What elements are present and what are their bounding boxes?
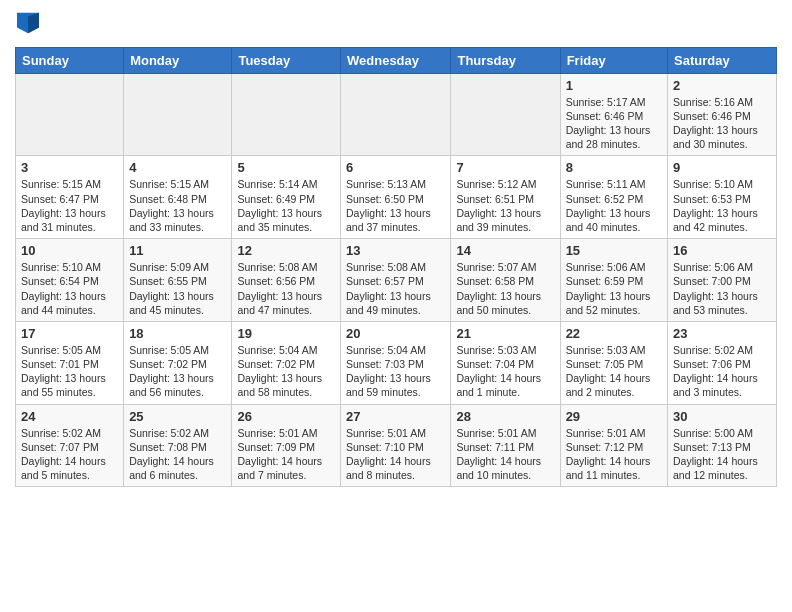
day-number: 21 [456, 326, 554, 341]
day-number: 8 [566, 160, 662, 175]
day-info-line: Daylight: 13 hours [237, 290, 322, 302]
day-info-line: Sunset: 6:48 PM [129, 193, 207, 205]
day-number: 16 [673, 243, 771, 258]
day-content: Sunrise: 5:11 AMSunset: 6:52 PMDaylight:… [566, 177, 662, 234]
day-content: Sunrise: 5:15 AMSunset: 6:48 PMDaylight:… [129, 177, 226, 234]
day-number: 26 [237, 409, 335, 424]
calendar-row-1: 3Sunrise: 5:15 AMSunset: 6:47 PMDaylight… [16, 156, 777, 239]
day-content: Sunrise: 5:13 AMSunset: 6:50 PMDaylight:… [346, 177, 445, 234]
day-number: 18 [129, 326, 226, 341]
day-info-line: Sunrise: 5:01 AM [456, 427, 536, 439]
day-info-line: Sunset: 6:53 PM [673, 193, 751, 205]
day-info-line: Sunset: 6:59 PM [566, 275, 644, 287]
calendar-cell: 17Sunrise: 5:05 AMSunset: 7:01 PMDayligh… [16, 321, 124, 404]
header-monday: Monday [124, 47, 232, 73]
day-info-line: and 8 minutes. [346, 469, 415, 481]
day-info-line: Sunset: 6:46 PM [673, 110, 751, 122]
day-content: Sunrise: 5:10 AMSunset: 6:54 PMDaylight:… [21, 260, 118, 317]
day-content: Sunrise: 5:02 AMSunset: 7:08 PMDaylight:… [129, 426, 226, 483]
day-content: Sunrise: 5:05 AMSunset: 7:02 PMDaylight:… [129, 343, 226, 400]
header-sunday: Sunday [16, 47, 124, 73]
day-info-line: Daylight: 13 hours [673, 124, 758, 136]
day-content: Sunrise: 5:06 AMSunset: 6:59 PMDaylight:… [566, 260, 662, 317]
day-info-line: Sunset: 7:08 PM [129, 441, 207, 453]
day-info-line: Sunrise: 5:06 AM [673, 261, 753, 273]
calendar-header-row: SundayMondayTuesdayWednesdayThursdayFrid… [16, 47, 777, 73]
day-info-line: Sunset: 7:07 PM [21, 441, 99, 453]
day-info-line: Sunrise: 5:08 AM [237, 261, 317, 273]
calendar-cell: 3Sunrise: 5:15 AMSunset: 6:47 PMDaylight… [16, 156, 124, 239]
day-info-line: Daylight: 13 hours [21, 372, 106, 384]
day-info-line: Daylight: 13 hours [673, 290, 758, 302]
day-info-line: Sunrise: 5:08 AM [346, 261, 426, 273]
day-info-line: Sunset: 7:02 PM [129, 358, 207, 370]
day-number: 10 [21, 243, 118, 258]
day-number: 22 [566, 326, 662, 341]
day-info-line: Sunrise: 5:03 AM [566, 344, 646, 356]
calendar-cell: 4Sunrise: 5:15 AMSunset: 6:48 PMDaylight… [124, 156, 232, 239]
day-number: 7 [456, 160, 554, 175]
day-info-line: Sunset: 7:06 PM [673, 358, 751, 370]
day-info-line: Sunset: 6:54 PM [21, 275, 99, 287]
day-info-line: Sunrise: 5:04 AM [237, 344, 317, 356]
day-content: Sunrise: 5:08 AMSunset: 6:57 PMDaylight:… [346, 260, 445, 317]
day-number: 1 [566, 78, 662, 93]
logo [15, 14, 39, 39]
day-info-line: Sunrise: 5:15 AM [21, 178, 101, 190]
day-content: Sunrise: 5:03 AMSunset: 7:05 PMDaylight:… [566, 343, 662, 400]
day-number: 19 [237, 326, 335, 341]
day-info-line: Sunrise: 5:13 AM [346, 178, 426, 190]
day-info-line: and 55 minutes. [21, 386, 96, 398]
day-info-line: Daylight: 14 hours [673, 455, 758, 467]
day-info-line: Sunset: 7:13 PM [673, 441, 751, 453]
day-content: Sunrise: 5:12 AMSunset: 6:51 PMDaylight:… [456, 177, 554, 234]
day-info-line: Daylight: 13 hours [566, 207, 651, 219]
day-number: 3 [21, 160, 118, 175]
day-info-line: Daylight: 13 hours [456, 290, 541, 302]
day-info-line: and 10 minutes. [456, 469, 531, 481]
day-info-line: and 39 minutes. [456, 221, 531, 233]
day-content: Sunrise: 5:17 AMSunset: 6:46 PMDaylight:… [566, 95, 662, 152]
calendar-cell: 23Sunrise: 5:02 AMSunset: 7:06 PMDayligh… [668, 321, 777, 404]
day-info-line: Daylight: 13 hours [237, 207, 322, 219]
day-info-line: and 30 minutes. [673, 138, 748, 150]
calendar-cell: 29Sunrise: 5:01 AMSunset: 7:12 PMDayligh… [560, 404, 667, 487]
calendar-cell: 22Sunrise: 5:03 AMSunset: 7:05 PMDayligh… [560, 321, 667, 404]
day-info-line: Sunset: 7:05 PM [566, 358, 644, 370]
day-number: 11 [129, 243, 226, 258]
day-info-line: Sunset: 7:10 PM [346, 441, 424, 453]
day-info-line: and 31 minutes. [21, 221, 96, 233]
day-number: 2 [673, 78, 771, 93]
day-info-line: Sunset: 7:00 PM [673, 275, 751, 287]
calendar-cell: 6Sunrise: 5:13 AMSunset: 6:50 PMDaylight… [341, 156, 451, 239]
day-content: Sunrise: 5:16 AMSunset: 6:46 PMDaylight:… [673, 95, 771, 152]
day-info-line: Sunset: 6:49 PM [237, 193, 315, 205]
header-saturday: Saturday [668, 47, 777, 73]
day-info-line: Daylight: 14 hours [456, 372, 541, 384]
day-info-line: Sunset: 7:01 PM [21, 358, 99, 370]
day-info-line: Sunrise: 5:16 AM [673, 96, 753, 108]
day-info-line: and 50 minutes. [456, 304, 531, 316]
day-info-line: Daylight: 13 hours [129, 207, 214, 219]
day-info-line: Sunrise: 5:14 AM [237, 178, 317, 190]
day-info-line: Sunrise: 5:04 AM [346, 344, 426, 356]
day-content: Sunrise: 5:06 AMSunset: 7:00 PMDaylight:… [673, 260, 771, 317]
day-info-line: Sunset: 7:11 PM [456, 441, 534, 453]
day-content: Sunrise: 5:03 AMSunset: 7:04 PMDaylight:… [456, 343, 554, 400]
calendar-cell [341, 73, 451, 156]
day-info-line: and 33 minutes. [129, 221, 204, 233]
calendar-cell: 18Sunrise: 5:05 AMSunset: 7:02 PMDayligh… [124, 321, 232, 404]
day-info-line: Sunrise: 5:02 AM [129, 427, 209, 439]
day-number: 25 [129, 409, 226, 424]
day-info-line: and 3 minutes. [673, 386, 742, 398]
day-info-line: and 56 minutes. [129, 386, 204, 398]
day-info-line: Sunset: 6:46 PM [566, 110, 644, 122]
day-info-line: Daylight: 13 hours [346, 372, 431, 384]
calendar-cell: 21Sunrise: 5:03 AMSunset: 7:04 PMDayligh… [451, 321, 560, 404]
day-info-line: Sunset: 6:58 PM [456, 275, 534, 287]
day-info-line: Daylight: 13 hours [566, 290, 651, 302]
page-header [15, 10, 777, 39]
day-info-line: Sunrise: 5:05 AM [21, 344, 101, 356]
day-info-line: Sunset: 7:03 PM [346, 358, 424, 370]
calendar-cell [451, 73, 560, 156]
